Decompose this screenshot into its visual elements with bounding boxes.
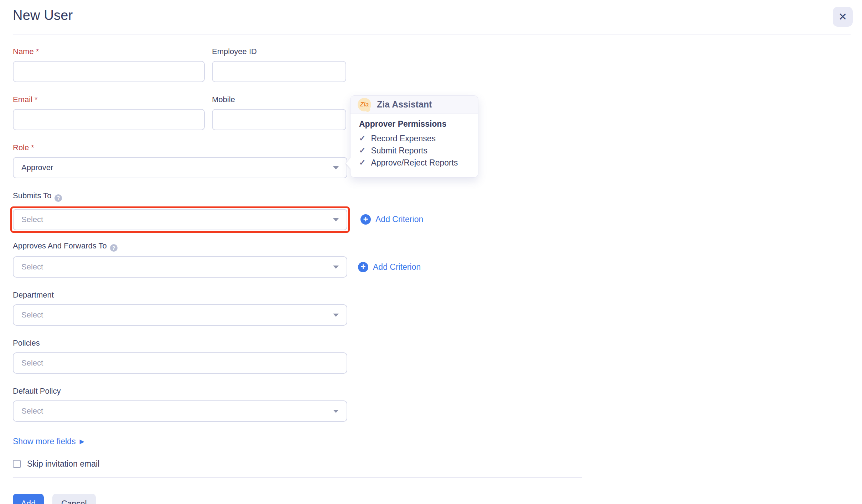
footer-buttons: Add Cancel [13, 494, 433, 504]
zia-logo-icon: Zia [358, 98, 371, 111]
footer-divider [13, 477, 582, 478]
zia-panel-body: Approver Permissions ✓ Record Expenses ✓… [350, 114, 478, 177]
field-employee-id: Employee ID [212, 47, 346, 82]
permission-item: ✓ Approve/Reject Reports [359, 157, 469, 169]
chevron-down-icon [333, 218, 339, 221]
arrow-right-icon: ▶ [79, 439, 84, 445]
permission-item: ✓ Record Expenses [359, 132, 469, 145]
field-mobile: Mobile [212, 95, 346, 130]
show-more-fields-label: Show more fields [13, 437, 76, 446]
plus-icon: + [360, 214, 371, 225]
check-icon: ✓ [359, 157, 365, 169]
default-policy-label: Default Policy [13, 387, 433, 396]
add-criterion-label: Add Criterion [375, 215, 423, 224]
field-submits-to: Submits To? Select + Add Criterion [13, 191, 433, 233]
approves-placeholder: Select [21, 262, 43, 272]
submits-to-label: Submits To? [13, 191, 433, 202]
close-button[interactable]: ✕ [833, 7, 853, 27]
zia-panel-header: Zia Zia Assistant [350, 96, 478, 114]
zia-panel-title: Zia Assistant [377, 99, 432, 110]
close-icon: ✕ [838, 12, 847, 22]
employee-id-input[interactable] [212, 61, 346, 82]
approves-and-forwards-to-select[interactable]: Select [13, 256, 347, 278]
show-more-fields-link[interactable]: Show more fields ▶ [13, 437, 433, 446]
default-policy-select[interactable]: Select [13, 400, 347, 422]
policies-select[interactable]: Select [13, 352, 347, 374]
role-select-value: Approver [21, 163, 53, 172]
default-policy-placeholder: Select [21, 406, 43, 416]
email-label: Email * [13, 95, 205, 104]
plus-icon: + [358, 262, 368, 272]
permission-item: ✓ Submit Reports [359, 145, 469, 157]
policies-placeholder: Select [21, 358, 43, 368]
field-name: Name * [13, 47, 205, 82]
add-criterion-label: Add Criterion [373, 262, 421, 272]
department-select[interactable]: Select [13, 304, 347, 326]
page-title: New User [13, 8, 853, 23]
permission-label: Record Expenses [371, 132, 436, 145]
field-department: Department Select [13, 290, 433, 326]
chevron-down-icon [333, 266, 339, 269]
name-label: Name * [13, 47, 205, 56]
department-placeholder: Select [21, 310, 43, 320]
submits-to-select[interactable]: Select [13, 209, 347, 230]
role-select[interactable]: Approver [13, 157, 347, 178]
email-input[interactable] [13, 109, 205, 130]
header-divider [13, 35, 851, 35]
dialog-header: New User ✕ [13, 8, 853, 23]
name-input[interactable] [13, 61, 205, 82]
submits-to-help-icon[interactable]: ? [54, 194, 62, 202]
submits-to-highlight-box: Select [10, 206, 350, 233]
skip-invitation-email-label: Skip invitation email [27, 459, 99, 469]
permission-label: Submit Reports [371, 145, 427, 157]
zia-permissions-heading: Approver Permissions [359, 119, 469, 129]
add-button[interactable]: Add [13, 494, 44, 504]
zia-assistant-panel: Zia Zia Assistant Approver Permissions ✓… [350, 95, 478, 178]
mobile-label: Mobile [212, 95, 346, 104]
submits-to-add-criterion-link[interactable]: + Add Criterion [360, 214, 423, 225]
approves-and-forwards-to-label: Approves And Forwards To? [13, 241, 433, 252]
cancel-button[interactable]: Cancel [52, 494, 96, 504]
field-approves-and-forwards-to: Approves And Forwards To? Select + Add C… [13, 241, 433, 278]
field-policies: Policies Select [13, 338, 433, 374]
check-icon: ✓ [359, 145, 365, 157]
field-default-policy: Default Policy Select [13, 387, 433, 422]
skip-invitation-email-checkbox[interactable] [13, 460, 21, 468]
policies-label: Policies [13, 338, 433, 348]
chevron-down-icon [333, 166, 339, 169]
field-email: Email * [13, 95, 205, 130]
chevron-down-icon [333, 314, 339, 317]
permission-label: Approve/Reject Reports [371, 157, 458, 169]
chevron-down-icon [333, 410, 339, 413]
submits-to-placeholder: Select [21, 215, 43, 224]
zia-panel-pointer [346, 158, 350, 169]
department-label: Department [13, 290, 433, 300]
mobile-input[interactable] [212, 109, 346, 130]
check-icon: ✓ [359, 132, 365, 145]
approves-add-criterion-link[interactable]: + Add Criterion [358, 262, 421, 272]
employee-id-label: Employee ID [212, 47, 346, 56]
skip-invitation-email-row: Skip invitation email [13, 459, 433, 469]
approves-help-icon[interactable]: ? [110, 244, 118, 252]
